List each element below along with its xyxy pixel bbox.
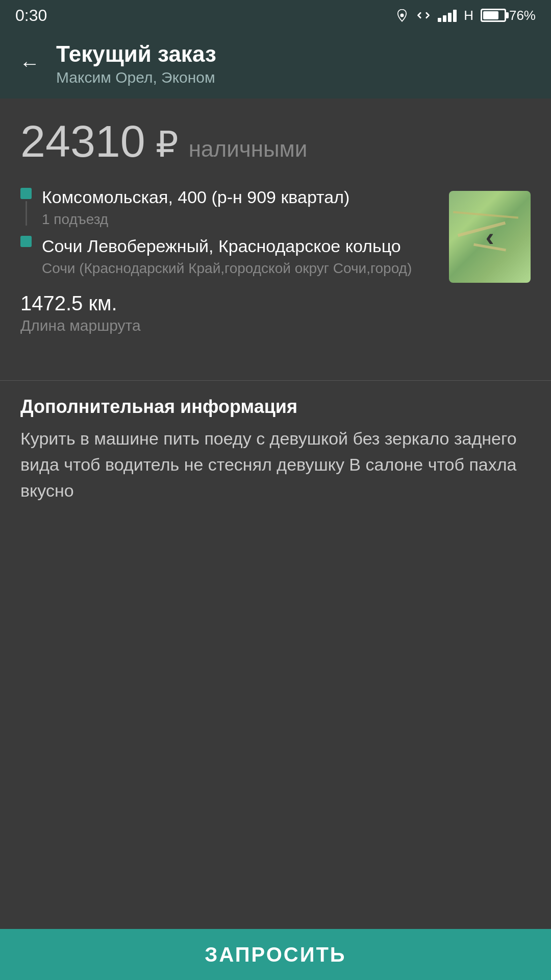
origin-text: Комсомольская, 400 (р-н 909 квартал) 1 п… [42, 186, 439, 228]
origin-address: Комсомольская, 400 (р-н 909 квартал) [42, 186, 439, 209]
signal-bars-icon [438, 9, 457, 22]
additional-text: Курить в машине пить поеду с девушкой бе… [20, 426, 531, 504]
origin-dot-icon [20, 188, 32, 199]
section-divider [0, 380, 551, 381]
battery-percent: 76% [509, 8, 536, 23]
destination-text: Сочи Левобережный, Краснодарское кольцо … [42, 235, 439, 277]
price-method: наличными [189, 136, 308, 162]
battery-indicator: 76% [481, 8, 536, 23]
distance-label: Длина маршрута [20, 317, 439, 334]
battery-icon [481, 9, 506, 22]
distance-section: 1472.5 км. Длина маршрута [20, 292, 439, 334]
location-icon [395, 8, 409, 22]
status-icons: H 76% [395, 8, 536, 23]
header: ← Текущий заказ Максим Орел, Эконом [0, 31, 551, 99]
destination-address: Сочи Левобережный, Краснодарское кольцо [42, 235, 439, 258]
route-info: Комсомольская, 400 (р-н 909 квартал) 1 п… [20, 186, 439, 334]
header-text: Текущий заказ Максим Орел, Эконом [56, 41, 216, 86]
request-button-label: ЗАПРОСИТЬ [205, 943, 346, 966]
network-type-icon: H [464, 8, 473, 23]
map-chevron-icon: ‹ [486, 222, 494, 252]
page-title: Текущий заказ [56, 41, 216, 68]
price-currency: ₽ [156, 124, 179, 165]
header-subtitle: Максим Орел, Эконом [56, 69, 216, 86]
map-thumbnail[interactable]: ‹ [449, 191, 531, 283]
additional-title: Дополнительная информация [20, 396, 531, 418]
status-bar: 0:30 H 76% [0, 0, 551, 31]
status-time: 0:30 [15, 6, 47, 25]
origin-icon-col [20, 186, 32, 228]
route-section: Комсомольская, 400 (р-н 909 квартал) 1 п… [20, 186, 531, 334]
price-section: 24310 ₽ наличными [20, 119, 531, 165]
request-button[interactable]: ЗАПРОСИТЬ [0, 929, 551, 980]
destination-sub: Сочи (Краснодарский Край,городской округ… [42, 260, 439, 277]
svg-point-0 [400, 14, 404, 17]
destination-dot-icon [20, 236, 32, 247]
origin-sub: 1 подъезд [42, 211, 439, 228]
additional-section: Дополнительная информация Курить в машин… [0, 396, 551, 504]
distance-value: 1472.5 км. [20, 292, 439, 315]
map-background: ‹ [449, 191, 531, 283]
price-amount: 24310 [20, 119, 145, 164]
back-arrow-icon: ← [19, 52, 40, 75]
destination-icon-col [20, 235, 32, 277]
signal-arrows-icon [416, 8, 431, 22]
main-content: 24310 ₽ наличными Комсомольская, 400 (р-… [0, 99, 551, 365]
route-line-icon [26, 201, 27, 226]
back-button[interactable]: ← [15, 49, 44, 78]
